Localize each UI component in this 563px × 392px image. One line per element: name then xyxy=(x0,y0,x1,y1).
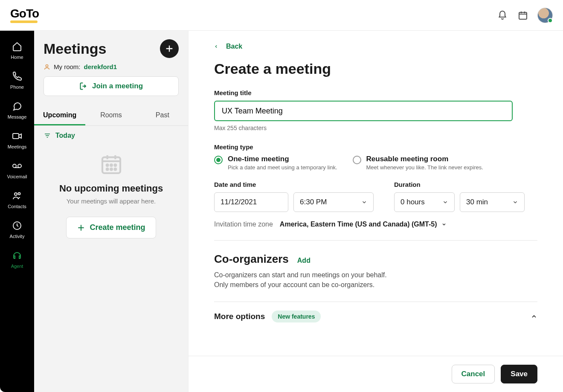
footer: Cancel Save xyxy=(189,356,563,392)
meeting-type-section: Meeting type One-time meeting Pick a dat… xyxy=(214,143,537,171)
create-label: Create meeting xyxy=(90,223,145,232)
back-label: Back xyxy=(226,43,242,50)
meeting-title-helper: Max 255 characters xyxy=(214,125,537,131)
chevron-up-icon xyxy=(531,313,537,320)
meeting-type-label: Meeting type xyxy=(214,143,537,151)
date-value: 11/12/2021 xyxy=(221,198,257,206)
rail-label: Voicemail xyxy=(7,174,27,179)
radio-onetime[interactable]: One-time meeting Pick a date and meet us… xyxy=(214,155,337,171)
svg-point-9 xyxy=(106,164,108,166)
rail-voicemail[interactable]: Voicemail xyxy=(0,155,34,185)
rail-activity[interactable]: Activity xyxy=(0,215,34,245)
time-select[interactable]: 6:30 PM xyxy=(293,192,374,212)
svg-point-7 xyxy=(46,64,48,67)
top-bar: GoTo xyxy=(0,0,563,31)
contacts-icon xyxy=(12,190,23,201)
tab-past[interactable]: Past xyxy=(137,105,188,125)
time-value: 6:30 PM xyxy=(300,198,327,206)
tz-value: America, Eastern Time (US and Canada) (G… xyxy=(280,221,437,228)
duration-field: Duration 0 hours 30 min xyxy=(394,181,525,212)
filter-icon xyxy=(44,132,51,139)
presence-indicator-icon xyxy=(548,18,553,23)
rail-label: Agent xyxy=(11,264,23,269)
mins-value: 30 min xyxy=(466,198,488,206)
meeting-title-input[interactable] xyxy=(214,101,513,121)
more-options-toggle[interactable]: More options New features xyxy=(214,302,537,333)
meetings-pane: Meetings My room: derekford1 Join a meet… xyxy=(34,31,189,392)
empty-state: No upcoming meetings Your meetings will … xyxy=(34,145,188,238)
chevron-left-icon xyxy=(214,44,218,49)
today-label: Today xyxy=(55,132,75,139)
cancel-button[interactable]: Cancel xyxy=(452,365,495,383)
coorg-desc1: Co-organizers can start and run meetings… xyxy=(214,270,537,280)
onetime-title: One-time meeting xyxy=(228,155,337,163)
duration-mins-select[interactable]: 30 min xyxy=(460,192,525,212)
app-root: GoTo Home Phone xyxy=(0,0,563,392)
meetings-tabs: Upcoming Rooms Past xyxy=(34,105,188,126)
save-button[interactable]: Save xyxy=(501,365,537,383)
join-label: Join a meeting xyxy=(92,82,143,90)
new-features-badge: New features xyxy=(272,311,321,322)
rail-label: Message xyxy=(8,114,27,119)
radio-unchecked-icon xyxy=(353,156,361,164)
svg-point-12 xyxy=(106,168,108,170)
calendar-icon[interactable] xyxy=(517,9,529,21)
meeting-title-field: Meeting title Max 255 characters xyxy=(214,89,537,131)
divider xyxy=(214,240,537,241)
today-filter[interactable]: Today xyxy=(34,126,188,145)
chevron-down-icon xyxy=(512,199,518,205)
side-rail: Home Phone Message Meetings xyxy=(0,31,34,392)
brand-text: GoTo xyxy=(10,8,39,20)
join-meeting-button[interactable]: Join a meeting xyxy=(44,76,179,96)
duration-label: Duration xyxy=(394,181,525,188)
user-icon xyxy=(44,64,50,70)
rail-label: Contacts xyxy=(8,204,26,209)
my-room-row[interactable]: My room: derekford1 xyxy=(34,61,188,76)
rail-agent[interactable]: Agent xyxy=(0,245,34,275)
empty-sub: Your meetings will appear here. xyxy=(67,197,156,205)
my-room-label: My room: xyxy=(54,63,81,70)
timezone-row: Invitation time zone America, Eastern Ti… xyxy=(214,221,537,228)
reusable-title: Reusable meeting room xyxy=(366,155,483,163)
avatar[interactable] xyxy=(537,8,553,23)
create-meeting-button[interactable]: Create meeting xyxy=(66,217,156,238)
rail-meetings[interactable]: Meetings xyxy=(0,125,34,155)
radio-checked-icon xyxy=(214,156,223,164)
more-options-label: More options xyxy=(214,312,265,321)
rail-phone[interactable]: Phone xyxy=(0,66,34,96)
tab-rooms[interactable]: Rooms xyxy=(85,105,136,125)
svg-point-2 xyxy=(13,164,16,168)
coorg-title: Co-organizers xyxy=(214,253,289,266)
headset-icon xyxy=(12,250,23,261)
duration-hours-select[interactable]: 0 hours xyxy=(394,192,455,212)
main-content: Back Create a meeting Meeting title Max … xyxy=(189,31,563,392)
new-meeting-button[interactable] xyxy=(160,39,179,58)
rail-message[interactable]: Message xyxy=(0,96,34,125)
tab-upcoming[interactable]: Upcoming xyxy=(34,105,85,125)
svg-point-14 xyxy=(114,168,116,170)
onetime-desc: Pick a date and meet using a temporary l… xyxy=(228,164,337,171)
reusable-desc: Meet whenever you like. The link never e… xyxy=(366,164,483,171)
svg-point-5 xyxy=(18,193,20,195)
meetings-title: Meetings xyxy=(44,41,106,57)
svg-point-11 xyxy=(114,164,116,166)
coorg-add-button[interactable]: Add xyxy=(297,257,311,264)
calendar-empty-icon xyxy=(99,152,123,176)
date-input[interactable]: 11/12/2021 xyxy=(214,192,288,212)
radio-reusable[interactable]: Reusable meeting room Meet whenever you … xyxy=(353,155,483,171)
phone-icon xyxy=(12,71,23,82)
voicemail-icon xyxy=(12,160,23,171)
rail-home[interactable]: Home xyxy=(0,36,34,66)
back-button[interactable]: Back xyxy=(214,43,537,50)
activity-icon xyxy=(12,220,23,231)
notifications-icon[interactable] xyxy=(496,9,508,21)
my-room-id: derekford1 xyxy=(84,63,117,70)
rail-contacts[interactable]: Contacts xyxy=(0,185,34,215)
chevron-down-icon xyxy=(361,199,367,205)
message-icon xyxy=(12,101,23,112)
main-scroll[interactable]: Back Create a meeting Meeting title Max … xyxy=(189,31,563,356)
co-organizers-section: Co-organizers Add Co-organizers can star… xyxy=(214,253,537,290)
tz-select[interactable]: America, Eastern Time (US and Canada) (G… xyxy=(280,221,447,228)
chevron-down-icon xyxy=(441,222,447,227)
svg-point-4 xyxy=(15,193,17,195)
